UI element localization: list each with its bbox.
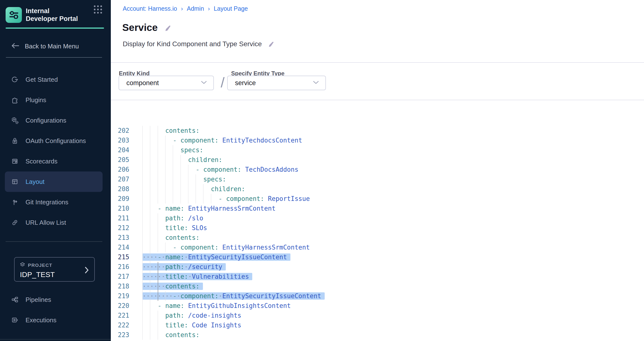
code-line-206[interactable]: 206 - component: TechDocsAddons — [111, 165, 644, 174]
code-line-216[interactable]: 216······path:·/security — [111, 262, 644, 272]
code-line-219[interactable]: 219········-·component:·EntitySecurityIs… — [111, 291, 644, 301]
code-line-text: path: /code-insights — [142, 310, 241, 320]
indent-guide — [150, 320, 150, 330]
sidebar-item-executions[interactable]: Executions — [0, 310, 111, 330]
code-line-text: ······contents: — [142, 281, 203, 291]
oauth-lock-icon — [11, 137, 19, 145]
code-line-207[interactable]: 207 specs: — [111, 174, 644, 184]
sidebar-item-configurations[interactable]: Configurations — [0, 110, 111, 131]
sidebar-item-label: URL Allow List — [26, 219, 66, 226]
code-line-211[interactable]: 211 path: /slo — [111, 213, 644, 223]
indent-guide — [165, 194, 166, 204]
code-line-221[interactable]: 221 path: /code-insights — [111, 310, 644, 320]
indent-guide — [142, 136, 143, 145]
indent-guide — [142, 233, 143, 242]
line-number: 210 — [111, 204, 129, 213]
indent-guide — [165, 184, 166, 194]
indent-guide — [173, 155, 173, 165]
indent-guide — [158, 262, 158, 272]
code-line-text: ······title:·Vulnerabilities — [142, 272, 252, 281]
sidebar-item-scorecards[interactable]: Scorecards — [0, 151, 111, 171]
indent-guide — [158, 136, 158, 145]
line-number: 212 — [111, 223, 129, 233]
indent-guide — [150, 330, 150, 340]
code-line-text: children: — [142, 155, 222, 165]
indent-guide — [150, 174, 150, 184]
indent-guide — [180, 174, 181, 184]
indent-guide — [142, 223, 143, 233]
code-line-text: - name: EntityGithubInsightsContent — [142, 301, 291, 310]
indent-guide — [150, 204, 150, 213]
line-number: 205 — [111, 155, 129, 165]
indent-guide — [180, 194, 181, 204]
indent-guide — [173, 165, 173, 174]
line-number: 222 — [111, 320, 129, 330]
indent-guide — [142, 155, 143, 165]
sidebar-item-plugins[interactable]: Plugins — [0, 90, 111, 110]
main-content: Account: Harness.io›Admin›Layout Page Se… — [111, 0, 644, 341]
indent-guide — [142, 242, 143, 252]
sidebar-item-label: Scorecards — [26, 158, 58, 165]
indent-guide — [150, 165, 150, 174]
sidebar-item-layout[interactable]: Layout — [5, 171, 102, 192]
indent-guide — [158, 194, 158, 204]
indent-guide — [158, 126, 158, 136]
sidebar: Internal Developer Portal Back to Main M… — [0, 0, 111, 341]
code-line-203[interactable]: 203 - component: EntityTechdocsContent — [111, 136, 644, 145]
indent-guide — [142, 213, 143, 223]
code-line-text: contents: — [142, 330, 200, 340]
code-line-218[interactable]: 218······contents: — [111, 281, 644, 291]
code-line-212[interactable]: 212 title: SLOs — [111, 223, 644, 233]
app-title: Internal Developer Portal — [26, 7, 82, 23]
code-line-210[interactable]: 210 - name: EntityHarnessSrmContent — [111, 204, 644, 213]
sidebar-item-pipelines[interactable]: Pipelines — [0, 289, 111, 310]
project-selector[interactable]: PROJECT IDP_TEST — [14, 257, 95, 282]
sidebar-item-oauth-configurations[interactable]: OAuth Configurations — [0, 131, 111, 151]
code-line-208[interactable]: 208 children: — [111, 184, 644, 194]
sidebar-item-url-allow-list[interactable]: URL Allow List — [0, 212, 111, 233]
indent-guide — [211, 194, 211, 204]
code-line-text: ······path:·/security — [142, 262, 226, 272]
indent-guide — [173, 194, 173, 204]
code-line-text: - name: EntityHarnessSrmContent — [142, 204, 276, 213]
code-line-220[interactable]: 220 - name: EntityGithubInsightsContent — [111, 301, 644, 310]
indent-guide — [158, 233, 158, 242]
line-number: 211 — [111, 213, 129, 223]
indent-guide — [150, 223, 150, 233]
code-line-223[interactable]: 223 contents: — [111, 330, 644, 340]
code-line-214[interactable]: 214 - component: EntityHarnessSrmContent — [111, 242, 644, 252]
line-number: 218 — [111, 281, 129, 291]
back-label: Back to Main Menu — [25, 43, 79, 50]
indent-guide — [188, 184, 188, 194]
yaml-code-editor[interactable]: 202 contents:203 - component: EntityTech… — [111, 0, 644, 341]
code-line-217[interactable]: 217······title:·Vulnerabilities — [111, 272, 644, 281]
indent-guide — [150, 272, 150, 281]
code-line-209[interactable]: 209 - component: ReportIssue — [111, 194, 644, 204]
apps-grid-icon[interactable] — [93, 4, 103, 16]
sidebar-bottom-hairline — [0, 339, 111, 339]
code-line-215[interactable]: 215····-·name:·EntitySecurityIssueConten… — [111, 252, 644, 262]
line-number: 217 — [111, 272, 129, 281]
indent-guide — [150, 310, 150, 320]
code-line-202[interactable]: 202 contents: — [111, 126, 644, 136]
line-number: 221 — [111, 310, 129, 320]
code-line-222[interactable]: 222 title: Code Insights — [111, 320, 644, 330]
indent-guide — [180, 184, 181, 194]
indent-guide — [173, 174, 173, 184]
indent-guide — [150, 252, 150, 262]
code-line-213[interactable]: 213 contents: — [111, 233, 644, 242]
indent-guide — [158, 320, 158, 330]
sidebar-item-label: OAuth Configurations — [26, 137, 86, 145]
accent-underline — [6, 28, 104, 29]
line-number: 219 — [111, 291, 129, 301]
code-line-205[interactable]: 205 children: — [111, 155, 644, 165]
configurations-icon — [11, 116, 19, 125]
sidebar-item-get-started[interactable]: Get Started — [0, 69, 111, 90]
sidebar-item-git-integrations[interactable]: Git Integrations — [0, 192, 111, 212]
line-number: 216 — [111, 262, 129, 272]
back-to-main-menu[interactable]: Back to Main Menu — [11, 41, 79, 52]
code-line-204[interactable]: 204 specs: — [111, 145, 644, 155]
indent-guide — [158, 310, 158, 320]
sidebar-item-label: Get Started — [26, 76, 58, 83]
indent-guide — [150, 126, 150, 136]
